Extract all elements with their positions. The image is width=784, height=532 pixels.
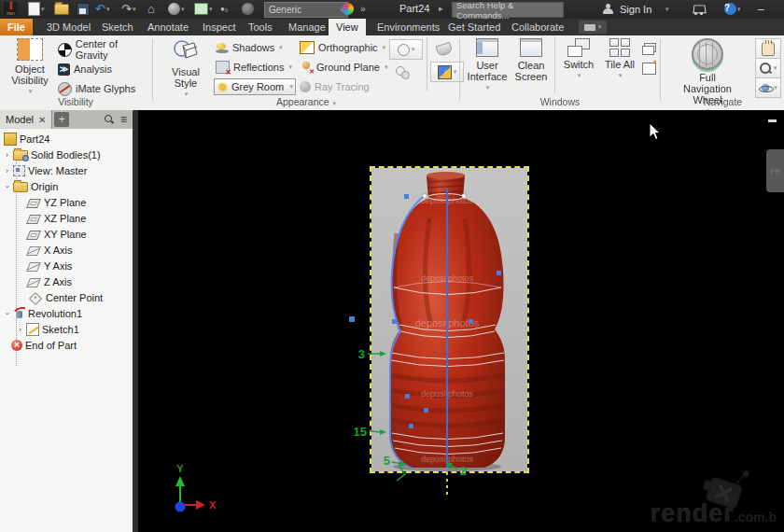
collapse-chevron-icon[interactable]: › [3,183,12,189]
browser-menu-icon[interactable]: ≡ [120,115,127,124]
mouse-cursor [649,122,662,141]
viewcube-collapsed-indicator[interactable] [768,119,777,122]
view-master-icon [13,165,25,176]
render-button[interactable]: ▾ [168,2,185,16]
ground-plane-button[interactable]: Ground Plane▾ [300,59,387,76]
visual-style-button[interactable]: Visual Style▾ [161,38,210,100]
tab-file[interactable]: File [0,19,33,35]
search-input[interactable]: Search Help & Commands... [452,2,564,18]
tab-annotate[interactable]: Annotate [140,19,196,35]
object-visibility-button[interactable]: Object Visibility▾ [6,38,54,97]
appearance-wheel-button[interactable] [342,2,354,16]
orthographic-button[interactable]: Orthographic▾ [300,39,385,56]
center-of-gravity-button[interactable]: Center of Gravity [58,41,151,58]
browser-search-icon[interactable] [105,115,114,124]
document-arrow-icon[interactable]: ▸ [439,4,443,13]
cascade-button[interactable] [638,37,659,58]
tab-tools[interactable]: Tools [241,19,280,35]
tab-get-started[interactable]: Get Started [441,19,508,35]
expand-chevron-icon[interactable]: › [17,325,23,334]
zoom-button[interactable]: ▾ [755,58,781,78]
plane-icon [26,231,41,240]
material-select[interactable]: Generic▾ [264,2,348,18]
shadows-button[interactable]: Shadows▾ [216,39,283,56]
tree-item-y-axis[interactable]: Y Axis [0,258,133,273]
store-button[interactable] [693,2,707,16]
analysis-button[interactable]: ≫Analysis [58,61,112,77]
expand-chevron-icon[interactable]: › [4,150,10,160]
tab-collaborate[interactable]: Collaborate [504,19,571,35]
reflections-icon [216,61,230,74]
open-button[interactable] [54,2,69,16]
small-toggle-button[interactable]: ●₀ [220,2,228,16]
orbit-button[interactable]: ▾ [755,77,781,98]
toolbar-overflow-button[interactable]: » [360,2,366,16]
tree-item-xz-plane[interactable]: XZ Plane [0,210,133,226]
tree-item-center-point[interactable]: Center Point [0,289,133,305]
camera-icon [584,24,595,31]
lighting-style-button[interactable]: ▾ [389,39,423,60]
dimension-2[interactable]: 2 [446,463,467,478]
save-button[interactable] [77,2,90,16]
reflections-button[interactable]: Reflections▾ [216,59,292,76]
expand-chevron-icon[interactable]: › [4,166,10,175]
section-view-button[interactable] [432,39,456,60]
3d-viewport[interactable]: depositphotos depositphotos depositphoto… [138,110,784,532]
redo-button[interactable]: ↷▾ [121,2,135,16]
tree-item-origin[interactable]: ›Origin [0,178,133,194]
tree-item-yz-plane[interactable]: YZ Plane [0,194,133,210]
dimension-3[interactable]: 3 [358,347,386,361]
orthographic-icon [300,41,315,54]
tab-sketch[interactable]: Sketch [94,19,141,35]
tab-inspect[interactable]: Inspect [195,19,243,35]
tree-item-sketch[interactable]: ›Sketch1 [0,321,133,337]
browser-tab-model[interactable]: Model✕ [0,110,52,129]
imate-glyphs-button[interactable]: iMate Glyphs [58,80,135,97]
tree-item-x-axis[interactable]: X Axis [0,242,133,258]
undo-button[interactable]: ↶▾ [95,2,109,16]
grey-room-select[interactable]: Grey Room▾ [214,78,296,95]
dimension-5[interactable]: 5 [384,454,406,481]
tab-view[interactable]: View [329,19,366,35]
close-icon[interactable]: ✕ [38,115,46,125]
clean-screen-button[interactable]: Clean Screen [510,38,553,82]
tab-3d-model[interactable]: 3D Model [39,19,98,35]
appearance-group-label[interactable]: Appearance ▾ [154,96,458,107]
home-view-button[interactable]: ⌂ [147,2,155,16]
render-sphere-icon [168,3,180,15]
center-of-gravity-icon [58,43,72,57]
switch-window-button[interactable]: ▾ [194,2,213,16]
new-window-button[interactable] [638,58,659,78]
help-button[interactable]: ?▾ [724,2,741,16]
switch-button[interactable]: Switch▾ [558,38,599,81]
tree-item-xy-plane[interactable]: XY Plane [0,226,133,242]
ground-plane-icon [300,62,313,73]
user-interface-button[interactable]: User Interface▾ [465,38,510,93]
pan-hand-icon [762,42,775,56]
collapse-chevron-icon[interactable]: › [3,310,12,316]
tree-item-z-axis[interactable]: Z Axis [0,273,133,289]
dimension-15[interactable]: 15 [354,425,386,439]
two-spheres-button[interactable] [389,62,415,82]
x-axis-arrow-icon [196,500,205,510]
sign-in-button[interactable]: Sign In [620,4,651,15]
screen-capture-button[interactable]: ▾ [579,21,607,34]
spline-handle[interactable] [349,316,355,322]
tree-item-end-of-part[interactable]: ✕End of Part [0,337,133,353]
tree-item-view-master[interactable]: ›View: Master [0,162,133,178]
material-browser-button[interactable] [241,2,255,16]
pan-button[interactable] [755,38,781,59]
tab-environments[interactable]: Environments [370,19,447,35]
minimize-button[interactable]: – [758,2,764,16]
tab-manage[interactable]: Manage [281,19,333,35]
visibility-group-label[interactable]: Visibility [0,96,151,107]
tree-item-solid-bodies[interactable]: ›Solid Bodies(1) [0,147,133,162]
browser-add-tab-button[interactable]: + [54,112,69,127]
free-edge-tab[interactable]: FR [766,149,784,192]
tile-all-button[interactable]: Tile All▾ [599,38,640,81]
sign-in-dropdown[interactable]: ▾ [665,2,669,16]
tree-item-part[interactable]: Part24 [0,131,133,147]
revolution-icon [13,308,25,319]
tree-item-revolution[interactable]: ›Revolution1 [0,305,133,321]
new-file-button[interactable]: ▾ [28,2,45,16]
